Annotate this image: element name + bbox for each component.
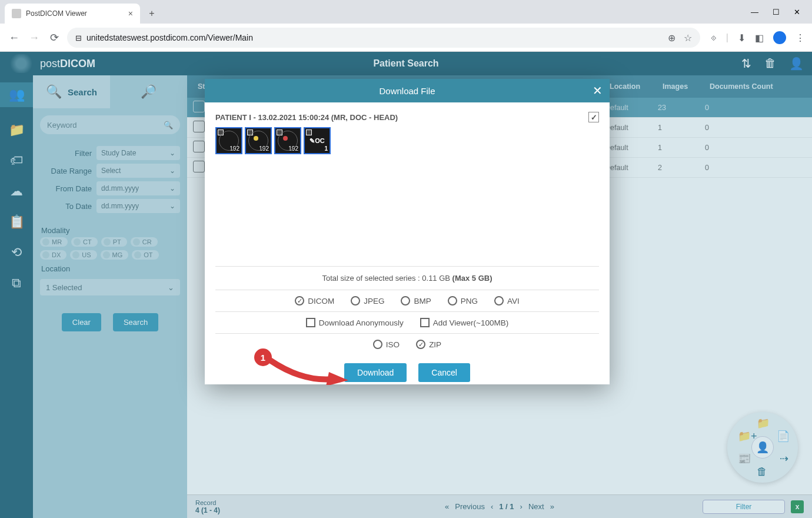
series-thumbnail[interactable]: 192 [274, 127, 301, 154]
modal-close-icon[interactable]: ✕ [593, 84, 603, 98]
modality-chip-cr[interactable]: CR [131, 237, 158, 247]
extensions-icon[interactable]: ⟐ [711, 32, 717, 43]
next-page-icon[interactable]: › [520, 502, 523, 511]
series-thumbnail[interactable]: ✎OC1 [304, 127, 331, 154]
download-modal: Download File ✕ PATIENT I - 13.02.2021 1… [205, 79, 610, 384]
filter-label: Filter [40, 149, 92, 158]
filter-button[interactable]: Filter [703, 500, 785, 514]
rail-folder-icon[interactable]: 📁 [9, 122, 25, 138]
modality-chip-ot[interactable]: OT [132, 250, 158, 260]
location-select[interactable]: 1 Selected⌄ [40, 279, 180, 295]
modal-title: Download File [379, 86, 435, 96]
results-footer: Record 4 (1 - 4) « Previous ‹ 1 / 1 › Ne… [187, 494, 812, 518]
browser-tab[interactable]: PostDICOM Viewer × [5, 4, 140, 24]
download-anon-checkbox[interactable]: Download Anonymously [306, 318, 404, 327]
archive-radio-iso[interactable]: ISO [373, 340, 400, 349]
format-radio-bmp[interactable]: BMP [401, 296, 431, 306]
profile-avatar[interactable] [773, 31, 786, 44]
minimize-icon[interactable]: — [751, 8, 758, 16]
user-icon[interactable]: 👤 [789, 57, 804, 71]
excel-export-icon[interactable]: x [791, 500, 804, 513]
radial-folder-icon[interactable]: 📁 [757, 417, 770, 430]
search-button[interactable]: Search [113, 313, 158, 331]
search-tab-label: Search [68, 87, 97, 97]
download-button[interactable]: Download [344, 363, 407, 382]
radial-menu[interactable]: 👤 📁 📁+ 📄 📰 ⇢ 🗑 [727, 412, 798, 483]
trash-icon[interactable]: 🗑 [764, 57, 776, 71]
modality-chip-mr[interactable]: MR [40, 237, 68, 247]
record-label: Record [195, 499, 220, 506]
radial-share-icon[interactable]: ⇢ [780, 452, 788, 465]
forward-button[interactable]: → [27, 31, 41, 45]
format-radio-avi[interactable]: AVI [494, 296, 520, 306]
downloads-icon[interactable]: ⬇ [738, 32, 746, 44]
date-range-label: Date Range [40, 167, 92, 175]
select-all-checkbox[interactable]: ✓ [588, 112, 599, 122]
url-text: unitedstateswest.postdicom.com/Viewer/Ma… [86, 33, 253, 42]
next-button[interactable]: Next [528, 502, 544, 511]
th-images[interactable]: Images [658, 82, 705, 91]
study-title: PATIENT I - 13.02.2021 15:00:24 (MR, DOC… [215, 113, 398, 122]
filter-select[interactable]: Study Date⌄ [96, 146, 180, 160]
radial-add-folder-icon[interactable]: 📁+ [738, 430, 757, 443]
radial-document-icon[interactable]: 📄 [777, 430, 790, 443]
rail-upload-icon[interactable]: ☁ [10, 184, 23, 199]
previous-button[interactable]: Previous [455, 502, 485, 511]
modality-chip-mg[interactable]: MG [101, 250, 129, 260]
modality-chip-dx[interactable]: DX [40, 250, 66, 260]
th-documents[interactable]: Documents Count [705, 82, 812, 91]
search-tab-basic[interactable]: 🔍 Search [33, 75, 110, 108]
cancel-button[interactable]: Cancel [418, 363, 470, 382]
bookmark-icon[interactable]: ☆ [684, 32, 692, 44]
reload-button[interactable]: ⟳ [47, 31, 61, 45]
th-location[interactable]: Location [605, 82, 658, 91]
translate-icon[interactable]: ⊕ [668, 32, 675, 44]
prev-page-icon[interactable]: ‹ [491, 502, 493, 511]
series-thumbnail[interactable]: 192 [215, 127, 242, 154]
rail-tags-icon[interactable]: 🏷 [10, 153, 23, 168]
tab-title: PostDICOM Viewer [26, 9, 87, 18]
search-tab-advanced[interactable]: 🔎 [110, 75, 187, 108]
chevron-down-icon: ⌄ [169, 149, 175, 157]
radial-delete-icon[interactable]: 🗑 [757, 466, 767, 478]
radial-report-icon[interactable]: 📰 [738, 452, 751, 465]
keyword-placeholder: Keyword [47, 121, 77, 130]
annotation: 1 [254, 348, 272, 366]
maximize-icon[interactable]: ☐ [773, 8, 780, 16]
modality-chip-us[interactable]: US [70, 250, 96, 260]
side-panel-icon[interactable]: ◧ [755, 32, 764, 44]
logo-icon [8, 54, 34, 73]
chrome-menu-icon[interactable]: ⋮ [796, 32, 805, 44]
url-field[interactable]: ⊟ unitedstateswest.postdicom.com/Viewer/… [67, 28, 700, 48]
logo-text: postDICOM [40, 58, 95, 70]
chevron-down-icon: ⌄ [169, 184, 175, 192]
back-button[interactable]: ← [7, 31, 21, 45]
address-bar: ← → ⟳ ⊟ unitedstateswest.postdicom.com/V… [0, 24, 812, 52]
rail-worklist-icon[interactable]: 📋 [9, 214, 25, 230]
modality-chip-ct[interactable]: CT [71, 237, 98, 247]
tab-close-icon[interactable]: × [128, 9, 133, 18]
rail-screens-icon[interactable]: ⧉ [12, 275, 21, 291]
format-radio-jpeg[interactable]: JPEG [351, 296, 384, 306]
chevron-down-icon: ⌄ [169, 167, 175, 175]
from-date-input[interactable]: dd.mm.yyyy⌄ [96, 181, 180, 195]
add-viewer-checkbox[interactable]: Add Viewer(~100MB) [420, 318, 508, 327]
archive-radio-zip[interactable]: ZIP [416, 340, 441, 349]
last-page-icon[interactable]: » [550, 502, 554, 511]
format-radio-png[interactable]: PNG [448, 296, 478, 306]
rail-patients-icon[interactable]: 👥 [0, 82, 33, 107]
sort-icon[interactable]: ⇅ [741, 57, 751, 71]
site-info-icon[interactable]: ⊟ [75, 34, 82, 42]
rail-sync-icon[interactable]: ⟲ [11, 245, 22, 260]
first-page-icon[interactable]: « [445, 502, 449, 511]
modality-label: Modality [33, 221, 187, 237]
series-thumbnail[interactable]: 192 [245, 127, 272, 154]
keyword-input[interactable]: Keyword 🔍 [40, 115, 180, 134]
date-range-select[interactable]: Select⌄ [96, 164, 180, 178]
clear-button[interactable]: Clear [62, 313, 101, 331]
to-date-input[interactable]: dd.mm.yyyy⌄ [96, 199, 180, 213]
new-tab-button[interactable]: + [144, 5, 160, 22]
modality-chip-pt[interactable]: PT [101, 237, 127, 247]
close-window-icon[interactable]: ✕ [794, 8, 800, 16]
format-radio-dicom[interactable]: DICOM [295, 296, 334, 306]
